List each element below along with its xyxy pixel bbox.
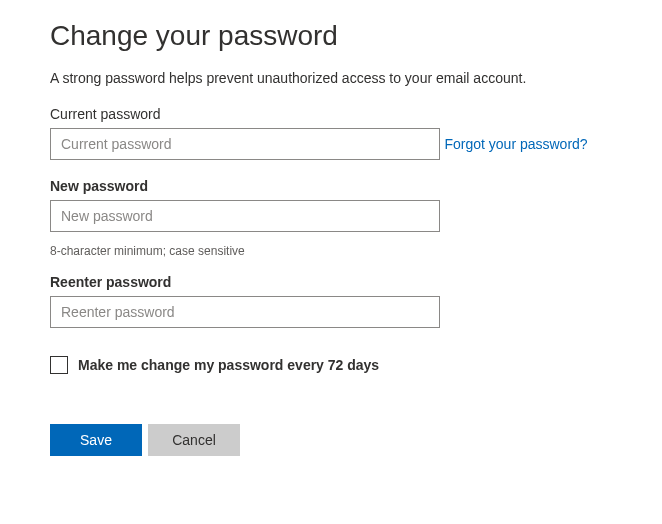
save-button[interactable]: Save — [50, 424, 142, 456]
checkbox-row: Make me change my password every 72 days — [50, 356, 612, 374]
new-password-input[interactable] — [50, 200, 440, 232]
password-hint: 8-character minimum; case sensitive — [50, 244, 612, 258]
current-password-label: Current password — [50, 106, 612, 122]
cancel-button[interactable]: Cancel — [148, 424, 240, 456]
button-row: Save Cancel — [50, 424, 612, 456]
new-password-label: New password — [50, 178, 612, 194]
current-password-input[interactable] — [50, 128, 440, 160]
description-text: A strong password helps prevent unauthor… — [50, 70, 612, 86]
checkbox-label: Make me change my password every 72 days — [78, 357, 379, 373]
page-title: Change your password — [50, 20, 612, 52]
new-password-group: New password — [50, 178, 612, 232]
current-password-group: Current password Forgot your password? — [50, 106, 612, 160]
reenter-password-group: Reenter password — [50, 274, 612, 328]
reenter-password-input[interactable] — [50, 296, 440, 328]
reenter-password-label: Reenter password — [50, 274, 612, 290]
forgot-password-link[interactable]: Forgot your password? — [444, 136, 587, 152]
force-change-checkbox[interactable] — [50, 356, 68, 374]
